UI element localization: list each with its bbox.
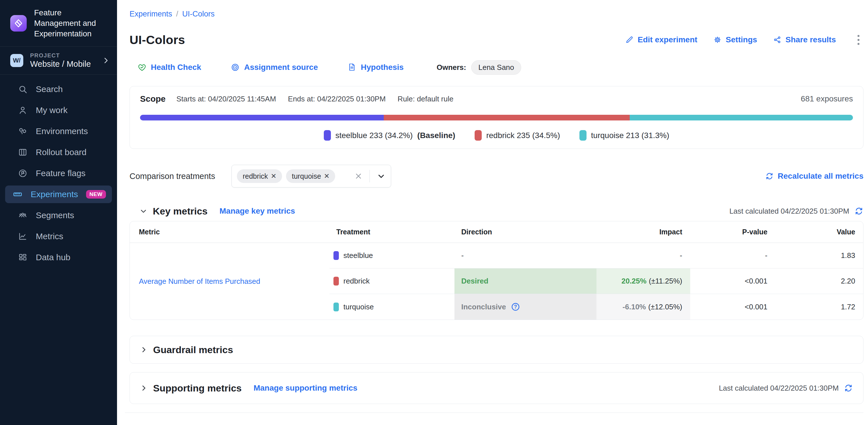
sidebar-nav: Search My work Environments Rollout boar…: [0, 75, 117, 272]
refresh-icon[interactable]: [855, 207, 864, 216]
svg-text:?: ?: [514, 304, 517, 310]
app-logo-icon: [10, 15, 27, 32]
value-cell: 2.20: [775, 269, 863, 294]
p-value-cell: -: [690, 243, 775, 268]
breadcrumb-current[interactable]: UI-Colors: [182, 10, 215, 19]
sidebar-item-experiments[interactable]: Experiments NEW: [5, 185, 112, 203]
legend-label: redbrick 235 (34.5%): [486, 131, 560, 140]
table-header: Metric Treatment Direction Impact P-valu…: [130, 221, 863, 243]
gear-icon: [713, 35, 722, 44]
sidebar-item-my-work[interactable]: My work: [5, 100, 112, 121]
table-body: Average Number of Items Purchased steelb…: [130, 243, 863, 320]
chevron-down-icon[interactable]: [139, 207, 148, 215]
chevron-down-icon[interactable]: [377, 172, 386, 181]
project-text: PROJECT Website / Mobile: [30, 52, 95, 69]
share-icon: [773, 35, 782, 44]
treatment-cell: redbrick: [330, 269, 455, 294]
sidebar-item-environments[interactable]: Environments: [5, 121, 112, 142]
redbrick-swatch: [334, 277, 339, 285]
main-content: Experiments / UI-Colors UI-Colors Edit e…: [117, 0, 868, 425]
impact-confidence-interval: (±12.05%): [648, 303, 682, 311]
page-title: UI-Colors: [129, 33, 185, 47]
treatment-name: steelblue: [343, 251, 373, 260]
p-value: <0.001: [745, 303, 768, 311]
project-switcher[interactable]: W/ PROJECT Website / Mobile: [0, 47, 117, 75]
health-check-link[interactable]: Health Check: [137, 63, 201, 72]
supporting-metrics-last-calculated: Last calculated 04/22/2025 01:30PM: [719, 384, 853, 393]
manage-key-metrics-link[interactable]: Manage key metrics: [220, 207, 295, 216]
sidebar-item-label: Rollout board: [36, 147, 86, 157]
column-metric: Metric: [130, 228, 330, 236]
app-title: Feature Management and Experimentation: [34, 7, 105, 39]
sidebar-item-label: Metrics: [36, 232, 63, 241]
settings-button[interactable]: Settings: [713, 35, 757, 44]
owner-pill[interactable]: Lena Sano: [471, 60, 521, 75]
table-row-steelblue: steelblue - - - 1.83: [330, 243, 863, 269]
header-actions: Edit experiment Settings Share results: [625, 33, 864, 47]
sidebar-item-segments[interactable]: Segments: [5, 205, 112, 226]
legend-item-redbrick: redbrick 235 (34.5%): [475, 130, 560, 141]
manage-supporting-metrics-link[interactable]: Manage supporting metrics: [254, 384, 358, 393]
remove-chip-icon[interactable]: ✕: [271, 172, 276, 180]
more-options-button[interactable]: [854, 33, 864, 47]
key-metrics-head: Key metrics Manage key metrics Last calc…: [129, 204, 864, 218]
app: Feature Management and Experimentation W…: [0, 0, 868, 425]
legend-item-steelblue: steelblue 233 (34.2%) (Baseline): [324, 130, 455, 141]
flag-circle-icon: [18, 168, 28, 178]
sidebar-item-label: Experiments: [31, 189, 78, 199]
key-metrics-last-calculated: Last calculated 04/22/2025 01:30PM: [730, 207, 864, 216]
ruler-icon: [12, 189, 23, 200]
new-badge: NEW: [86, 190, 106, 199]
comparison-treatments-label: Comparison treatments: [129, 172, 215, 181]
breadcrumb-experiments[interactable]: Experiments: [129, 10, 172, 19]
refresh-icon[interactable]: [844, 384, 853, 393]
search-icon: [18, 84, 28, 94]
guardrail-metrics-title: Guardrail metrics: [153, 344, 233, 355]
sidebar-item-search[interactable]: Search: [5, 79, 112, 100]
legend-label: steelblue 233 (34.2%): [336, 131, 413, 140]
question-circle-icon[interactable]: ?: [511, 302, 520, 312]
chevron-right-icon[interactable]: [140, 345, 148, 354]
share-results-label: Share results: [786, 35, 836, 44]
user-icon: [18, 105, 28, 115]
legend-item-turquoise: turquoise 213 (31.3%): [580, 130, 670, 141]
bar-segment-steelblue: [140, 115, 384, 120]
chip-label: turquoise: [292, 172, 321, 180]
column-p-value: P-value: [690, 228, 775, 236]
supporting-metrics-title: Supporting metrics: [153, 383, 242, 394]
direction-cell: -: [455, 243, 596, 268]
impact-cell: -: [596, 243, 690, 268]
recalculate-all-metrics-button[interactable]: Recalculate all metrics: [765, 172, 864, 181]
value-cell: 1.72: [775, 294, 863, 320]
p-value: -: [765, 251, 768, 260]
share-results-button[interactable]: Share results: [773, 35, 836, 44]
breadcrumb-separator: /: [176, 10, 178, 19]
treatment-legend: steelblue 233 (34.2%) (Baseline) redbric…: [140, 130, 853, 141]
hypothesis-link[interactable]: Hypothesis: [347, 63, 404, 72]
sidebar-item-feature-flags[interactable]: Feature flags: [5, 163, 112, 184]
pencil-icon: [625, 35, 634, 44]
comparison-treatments-select[interactable]: redbrick ✕ turquoise ✕: [231, 165, 391, 187]
chevron-right-icon[interactable]: [140, 384, 148, 392]
metric-link[interactable]: Average Number of Items Purchased: [139, 277, 260, 286]
experiment-links-row: Health Check Assignment source Hypothesi…: [137, 61, 864, 73]
chip-turquoise[interactable]: turquoise ✕: [286, 169, 335, 183]
impact-cell: 20.25% (±11.25%): [596, 269, 690, 294]
sidebar-item-rollout-board[interactable]: Rollout board: [5, 142, 112, 163]
treatment-name: redbrick: [343, 277, 370, 285]
assignment-source-link[interactable]: Assignment source: [230, 63, 318, 72]
impact-value: 20.25%: [621, 277, 647, 285]
people-icon: [18, 210, 28, 220]
remove-chip-icon[interactable]: ✕: [324, 172, 330, 180]
edit-experiment-label: Edit experiment: [638, 35, 697, 44]
sidebar-item-data-hub[interactable]: Data hub: [5, 247, 112, 268]
hypothesis-label: Hypothesis: [361, 63, 404, 72]
clear-all-icon[interactable]: [354, 172, 363, 180]
edit-experiment-button[interactable]: Edit experiment: [625, 35, 697, 44]
impact-value: -: [680, 251, 682, 260]
treatment-cell: turquoise: [330, 294, 455, 320]
chip-redbrick[interactable]: redbrick ✕: [237, 169, 282, 183]
sidebar-item-metrics[interactable]: Metrics: [5, 226, 112, 247]
recalculate-label: Recalculate all metrics: [778, 172, 864, 181]
column-direction: Direction: [455, 228, 596, 236]
